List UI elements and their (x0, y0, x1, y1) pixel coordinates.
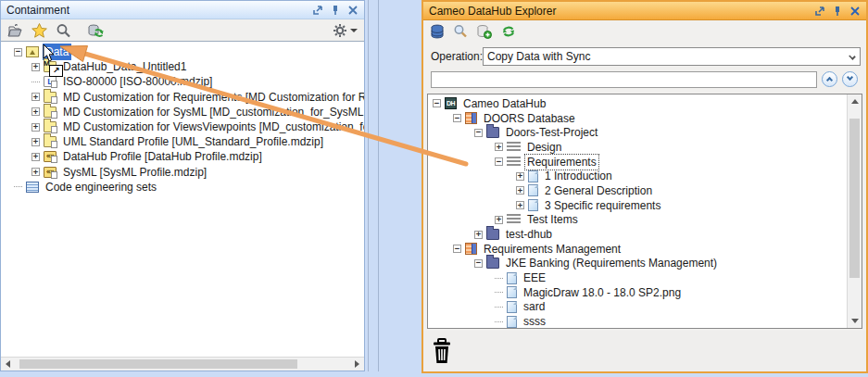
module-icon (507, 142, 521, 153)
tree-item-md-customization-sysml[interactable]: + MD Customization for SysML [MD_customi… (1, 105, 364, 119)
gear-dropdown-icon[interactable] (350, 29, 358, 32)
document-icon (507, 286, 517, 298)
collapse-icon[interactable]: − (495, 157, 503, 166)
expand-icon[interactable]: + (31, 93, 40, 101)
operation-select[interactable]: Copy Data with Sync (483, 47, 861, 66)
tree-item-label: ssss (521, 313, 548, 329)
containment-toolbar (1, 19, 364, 42)
expand-icon[interactable]: + (474, 231, 483, 239)
trash-icon[interactable] (431, 338, 453, 366)
stereotype-icon: «» (44, 167, 57, 178)
tree-item-magicdraw-png[interactable]: MagicDraw 18.0 - 18.0 SP2.png (428, 285, 862, 300)
datahub-explorer-panel: Cameo DataHub Explorer Operation: Copy D… (421, 0, 868, 373)
search-icon[interactable] (453, 24, 468, 39)
expand-icon[interactable]: + (516, 172, 524, 181)
dh-letters: DH (446, 98, 456, 108)
scroll-up-icon[interactable] (848, 94, 862, 108)
horizontal-scrollbar[interactable] (1, 357, 364, 371)
tree-item-design[interactable]: + Design (428, 140, 862, 155)
expand-icon[interactable]: + (495, 143, 503, 151)
requirements-database-icon (465, 243, 477, 255)
close-icon[interactable] (347, 5, 359, 16)
collapse-icon[interactable]: − (433, 99, 441, 107)
refresh-icon[interactable] (500, 24, 517, 39)
pin-icon[interactable] (330, 5, 341, 16)
gear-icon[interactable] (333, 23, 347, 38)
tree-item-introduction[interactable]: + 1 Introduction (428, 169, 862, 183)
database-icon[interactable] (430, 24, 445, 39)
filter-input[interactable] (431, 71, 817, 88)
tree-item-cameo-datahub[interactable]: − DH Cameo DataHub (428, 96, 862, 111)
tree-item-sysml-profile[interactable]: + «» SysML [SysML Profile.mdzip] (1, 165, 364, 180)
add-database-icon[interactable] (476, 24, 492, 39)
expand-icon[interactable]: + (31, 107, 40, 116)
tree-item-requirements[interactable]: − Requirements (428, 155, 862, 170)
package-icon (26, 46, 39, 57)
scroll-right-icon[interactable] (350, 358, 364, 371)
expand-icon[interactable]: + (516, 201, 524, 209)
folder-icon (44, 107, 57, 118)
containment-titlebar: Containment (1, 1, 364, 19)
close-icon[interactable] (849, 6, 861, 17)
scrollbar-thumb[interactable] (849, 119, 860, 278)
scrollbar-thumb[interactable] (19, 359, 297, 369)
expand-icon[interactable]: + (31, 138, 40, 146)
find-previous-button[interactable] (822, 71, 837, 87)
scroll-down-icon[interactable] (848, 314, 862, 328)
tree-item-label: Code engineering sets (43, 179, 159, 195)
doors-database-icon (465, 112, 477, 124)
pin-icon[interactable] (832, 6, 843, 17)
profile-letter: L (44, 77, 56, 86)
favorites-star-icon[interactable] (31, 23, 47, 38)
tree-item-md-customization-requirements[interactable]: + MD Customization for Requirements [MD … (1, 90, 364, 105)
float-icon[interactable] (312, 5, 323, 16)
open-icon[interactable] (7, 24, 23, 38)
document-icon (507, 316, 517, 328)
module-icon (507, 214, 521, 225)
tree-item-code-engineering-sets[interactable]: Code engineering sets (1, 180, 364, 195)
tree-item-specific-requirements[interactable]: + 3 Specific requirements (428, 198, 862, 213)
expand-icon[interactable]: + (31, 63, 40, 71)
document-icon (528, 184, 538, 196)
tree-item-test-dhub[interactable]: + test-dhub (428, 227, 862, 242)
scroll-left-icon[interactable] (1, 358, 15, 371)
tree-item-datahub-profile[interactable]: + «» DataHub Profile [DataHub Profile.md… (1, 149, 364, 164)
tree-item-test-items[interactable]: + Test Items (428, 213, 862, 228)
expand-icon[interactable]: + (31, 168, 40, 176)
tree-item-sard[interactable]: sard (428, 300, 862, 315)
panel-splitter[interactable] (368, 0, 379, 371)
vertical-scrollbar[interactable] (847, 94, 862, 328)
tree-leader (495, 321, 503, 322)
collapse-icon[interactable]: − (453, 245, 461, 253)
tree-item-ssss[interactable]: ssss (428, 314, 862, 329)
collapse-icon[interactable]: − (474, 129, 483, 137)
tree-item-md-customization-viewsviewpoints[interactable]: + MD Customization for ViewsViewpoints [… (1, 119, 364, 134)
search-icon[interactable] (56, 23, 71, 38)
operation-value: Copy Data with Sync (487, 50, 590, 63)
sync-database-icon[interactable] (87, 23, 104, 38)
datahub-footer (423, 331, 866, 371)
tree-item-doors-test-project[interactable]: − Doors-Test-Project (428, 125, 862, 140)
datahub-icon: DH (445, 97, 457, 109)
tree-item-requirements-management[interactable]: − Requirements Management (428, 242, 862, 257)
collapse-icon[interactable]: − (474, 259, 483, 268)
find-next-button[interactable] (842, 71, 858, 87)
tree-item-uml-standard-profile[interactable]: + UML Standard Profile [UML_Standard_Pro… (1, 134, 364, 149)
panel-title: Cameo DataHub Explorer (429, 5, 556, 18)
datahub-tree: − DH Cameo DataHub − DOORS Database − Do… (427, 94, 862, 329)
chevron-down-icon (849, 53, 856, 60)
profile-icon: L (44, 76, 57, 87)
collapse-icon[interactable]: − (14, 48, 22, 57)
expand-icon[interactable]: + (516, 186, 524, 195)
expand-icon[interactable]: + (495, 216, 503, 224)
tree-item-general-description[interactable]: + 2 General Description (428, 183, 862, 198)
stereotype-glyph: «» (44, 152, 56, 161)
tree-item-jke-banking[interactable]: − JKE Banking (Requirements Management) (428, 257, 862, 271)
float-icon[interactable] (814, 6, 825, 17)
tree-item-eee[interactable]: EEE (428, 270, 862, 285)
collapse-icon[interactable]: − (453, 114, 461, 122)
expand-icon[interactable]: + (31, 123, 40, 132)
folder-icon (44, 92, 57, 103)
tree-item-doors-database[interactable]: − DOORS Database (428, 111, 862, 126)
expand-icon[interactable]: + (31, 153, 40, 161)
